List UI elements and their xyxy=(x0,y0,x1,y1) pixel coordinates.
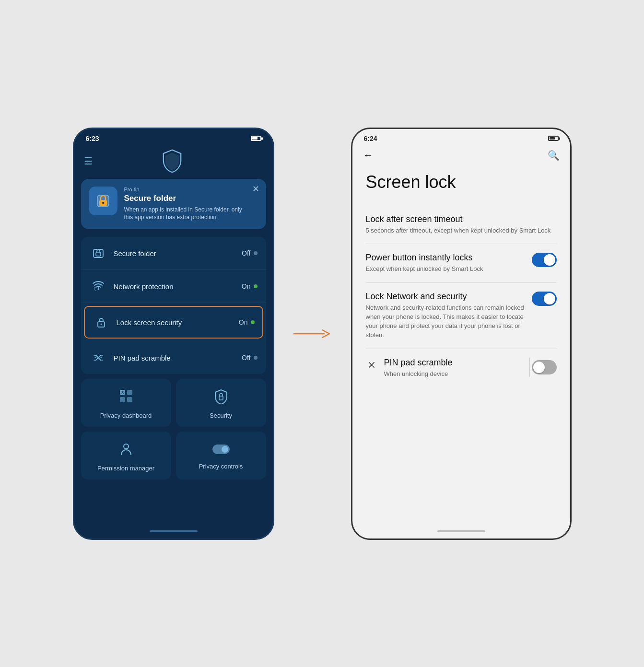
svg-rect-10 xyxy=(120,397,125,402)
lock-after-timeout-text: Lock after screen timeout 5 seconds afte… xyxy=(366,214,557,235)
lock-screen-security-icon xyxy=(93,314,110,331)
left-phone: 6:23 ☰ Pro tip xyxy=(73,128,274,540)
pin-pad-scramble-text: PIN pad scramble When unlocking device xyxy=(384,358,453,379)
lock-screen-security-label: Lock screen security xyxy=(117,318,232,327)
right-nav: ← 🔍 xyxy=(352,145,570,167)
right-home-bar-line xyxy=(437,530,485,532)
svg-point-2 xyxy=(102,202,104,204)
svg-point-16 xyxy=(222,446,228,453)
left-home-bar xyxy=(74,524,273,538)
pin-pad-scramble-setting-icon xyxy=(366,359,377,373)
hamburger-icon[interactable]: ☰ xyxy=(84,155,93,167)
power-button-locks-toggle-thumb xyxy=(544,254,555,266)
left-time: 6:23 xyxy=(86,135,99,142)
power-button-locks-text: Power button instantly locks Except when… xyxy=(366,253,526,274)
pro-tip-title: Secure folder xyxy=(124,194,258,203)
svg-rect-9 xyxy=(127,390,132,395)
svg-rect-11 xyxy=(127,397,132,402)
lock-network-security-toggle-thumb xyxy=(544,293,555,304)
lock-network-security-text: Lock Network and security Network and se… xyxy=(366,292,526,339)
pro-tip-content: Pro tip Secure folder When an app is ins… xyxy=(124,187,258,222)
left-scroll-content: Pro tip Secure folder When an app is ins… xyxy=(74,179,273,524)
grid-item-privacy-dashboard[interactable]: Privacy dashboard xyxy=(81,379,171,427)
pin-pad-scramble-content: PIN pad scramble When unlocking device xyxy=(366,358,453,379)
lock-network-security-toggle[interactable] xyxy=(532,292,557,306)
grid-item-privacy-controls[interactable]: Privacy controls xyxy=(176,432,266,480)
power-button-locks-desc: Except when kept unlocked by Smart Lock xyxy=(366,265,526,274)
bottom-grid: Privacy dashboard Security xyxy=(81,379,266,480)
left-home-bar-line xyxy=(150,530,198,532)
pin-pad-scramble-toggle-group xyxy=(527,358,557,377)
toggle-divider xyxy=(529,358,530,377)
svg-rect-13 xyxy=(219,396,223,400)
pro-tip-icon xyxy=(89,187,117,215)
right-time: 6:24 xyxy=(364,135,377,142)
pin-pad-scramble-title: PIN pad scramble xyxy=(384,358,453,368)
power-button-locks-row: Power button instantly locks Except when… xyxy=(366,253,557,274)
lock-after-timeout-desc: 5 seconds after timeout, except when kep… xyxy=(366,226,557,235)
pro-tip-close-button[interactable]: ✕ xyxy=(252,185,259,193)
secure-folder-status-dot xyxy=(254,251,258,255)
left-battery-icon xyxy=(251,136,261,141)
setting-lock-network-security: Lock Network and security Network and se… xyxy=(366,283,557,349)
right-home-bar xyxy=(352,524,570,538)
right-battery-icon xyxy=(548,136,559,141)
menu-item-network-protection[interactable]: Network protection On xyxy=(81,270,266,303)
network-protection-status-dot xyxy=(254,284,258,288)
power-button-locks-toggle[interactable] xyxy=(532,253,557,267)
lock-screen-security-status: On xyxy=(239,318,255,326)
menu-item-secure-folder[interactable]: Secure folder Off xyxy=(81,237,266,270)
svg-point-7 xyxy=(100,324,102,325)
lock-network-security-row: Lock Network and security Network and se… xyxy=(366,292,557,339)
svg-point-14 xyxy=(124,444,129,449)
pin-pad-scramble-toggle-thumb xyxy=(533,362,545,373)
permission-manager-label: Permission manager xyxy=(97,465,154,472)
pin-pad-scramble-desc: When unlocking device xyxy=(384,370,453,379)
network-protection-label: Network protection xyxy=(114,282,235,291)
setting-pin-pad-scramble: PIN pad scramble When unlocking device xyxy=(366,349,557,387)
permission-manager-icon xyxy=(118,441,134,460)
grid-item-security[interactable]: Security xyxy=(176,379,266,427)
svg-rect-4 xyxy=(96,252,101,256)
svg-point-12 xyxy=(121,391,123,393)
pin-pad-scramble-icon xyxy=(90,349,107,366)
right-phone: 6:24 ← 🔍 Screen lock Lock after screen t… xyxy=(351,128,572,540)
menu-section: Secure folder Off xyxy=(81,237,266,374)
lock-network-security-title: Lock Network and security xyxy=(366,292,526,302)
menu-item-lock-screen-security[interactable]: Lock screen security On xyxy=(84,306,263,339)
screen-lock-title: Screen lock xyxy=(366,172,557,192)
pin-pad-scramble-status-dot xyxy=(254,356,258,360)
privacy-controls-icon xyxy=(212,443,230,458)
network-protection-status: On xyxy=(242,282,258,290)
power-button-locks-title: Power button instantly locks xyxy=(366,253,526,263)
right-scroll-content: Screen lock Lock after screen timeout 5 … xyxy=(352,167,570,524)
network-protection-icon xyxy=(90,278,107,295)
search-button[interactable]: 🔍 xyxy=(548,150,560,161)
pin-pad-scramble-row: PIN pad scramble When unlocking device xyxy=(366,358,557,379)
shield-logo xyxy=(160,149,184,173)
phones-arrow xyxy=(293,324,332,343)
setting-lock-after-timeout[interactable]: Lock after screen timeout 5 seconds afte… xyxy=(366,206,557,245)
privacy-dashboard-label: Privacy dashboard xyxy=(100,412,152,419)
pin-pad-scramble-label: PIN pad scramble xyxy=(114,354,235,362)
lock-screen-security-status-dot xyxy=(251,320,255,324)
menu-item-pin-pad-scramble[interactable]: PIN pad scramble Off xyxy=(81,341,266,374)
left-status-bar: 6:23 xyxy=(74,129,273,145)
pro-tip-desc: When an app is installed in Secure folde… xyxy=(124,206,258,222)
pin-pad-scramble-status: Off xyxy=(242,354,257,362)
security-icon xyxy=(213,388,229,407)
back-button[interactable]: ← xyxy=(363,149,374,162)
lock-network-security-desc: Network and security-related functions c… xyxy=(366,304,526,339)
secure-folder-label: Secure folder xyxy=(114,249,235,257)
setting-power-button-locks: Power button instantly locks Except when… xyxy=(366,244,557,283)
pro-tip-card[interactable]: Pro tip Secure folder When an app is ins… xyxy=(81,179,266,230)
right-status-bar: 6:24 xyxy=(352,129,570,145)
grid-item-permission-manager[interactable]: Permission manager xyxy=(81,432,171,480)
privacy-dashboard-icon xyxy=(118,388,134,407)
security-label: Security xyxy=(210,412,232,419)
lock-after-timeout-title: Lock after screen timeout xyxy=(366,214,557,224)
privacy-controls-label: Privacy controls xyxy=(199,463,243,470)
secure-folder-status: Off xyxy=(242,249,257,257)
pin-pad-scramble-toggle[interactable] xyxy=(532,360,557,374)
pro-tip-label: Pro tip xyxy=(124,187,258,192)
